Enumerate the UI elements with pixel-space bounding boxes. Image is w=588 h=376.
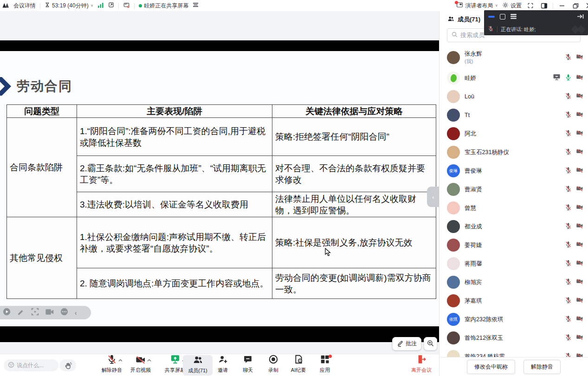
member-row[interactable]: Tt bbox=[439, 106, 588, 124]
overlay-window-icon[interactable] bbox=[500, 14, 505, 19]
annotate-button[interactable]: 批注 bbox=[392, 337, 421, 350]
more-options-icon[interactable] bbox=[60, 308, 68, 318]
mic-off-icon[interactable] bbox=[565, 53, 572, 62]
member-row[interactable]: 茅嘉琪 bbox=[439, 292, 588, 310]
leave-meeting-button[interactable]: 离开会议 bbox=[407, 356, 436, 374]
member-row[interactable]: 姜荷婕 bbox=[439, 236, 588, 254]
member-status-icons bbox=[565, 297, 583, 305]
side-panel-toggle-button[interactable] bbox=[539, 0, 549, 11]
member-row[interactable]: 宝玉石231杨静仪 bbox=[439, 143, 588, 162]
camera-off-icon[interactable] bbox=[576, 222, 583, 231]
mic-off-icon[interactable] bbox=[565, 148, 572, 157]
mic-off-icon[interactable] bbox=[565, 241, 572, 250]
shared-audio-off-icon[interactable] bbox=[123, 2, 130, 10]
camera-off-icon[interactable] bbox=[576, 278, 583, 286]
sharing-active-dot bbox=[139, 4, 142, 7]
member-row[interactable]: 眭娇 bbox=[439, 69, 588, 87]
mic-off-icon[interactable] bbox=[565, 204, 572, 213]
member-row[interactable]: Loû bbox=[439, 87, 588, 106]
camera-off-icon[interactable] bbox=[576, 204, 583, 212]
mic-off-icon[interactable] bbox=[565, 111, 572, 120]
mic-on-icon[interactable] bbox=[565, 74, 572, 83]
layout-dropdown[interactable]: 演讲者布局 ∨ bbox=[456, 2, 498, 10]
member-name: 蒋雨馨 bbox=[465, 260, 482, 268]
mic-off-icon[interactable] bbox=[565, 92, 572, 101]
chevron-up-icon[interactable] bbox=[147, 356, 151, 364]
pencil-icon[interactable] bbox=[17, 308, 25, 318]
sharing-menu-icon[interactable] bbox=[193, 2, 199, 9]
member-row[interactable]: 首饰234 滕枋霏 bbox=[439, 347, 588, 357]
timer-dropdown[interactable]: 53:19 (40分钟) ∨ bbox=[45, 2, 93, 10]
camera-off-icon[interactable] bbox=[576, 92, 583, 101]
mic-off-icon[interactable] bbox=[565, 259, 572, 268]
mic-off-icon[interactable] bbox=[565, 315, 572, 324]
member-status-icons bbox=[565, 259, 583, 268]
mic-off-icon[interactable] bbox=[107, 354, 117, 366]
member-list[interactable]: 张永辉 (我) 眭娇 Loû Tt 阿北 bbox=[439, 46, 588, 357]
table-header-cell: 关键法律依据与应对策略 bbox=[272, 105, 436, 118]
fullscreen-button[interactable] bbox=[526, 0, 535, 11]
mic-off-icon[interactable] bbox=[565, 297, 572, 305]
camera-off-icon[interactable] bbox=[576, 185, 583, 194]
meeting-details-button[interactable]: 会议详情 bbox=[13, 2, 36, 10]
member-name: 眭娇 bbox=[465, 74, 476, 82]
member-row[interactable]: 依琪 室内232陈依琪 bbox=[439, 310, 588, 329]
camera-icon[interactable] bbox=[45, 309, 54, 317]
overlay-collapse-icon[interactable] bbox=[577, 13, 584, 21]
media-control-bar[interactable]: ‹ bbox=[0, 306, 91, 319]
member-row[interactable]: 都业成 bbox=[439, 217, 588, 236]
raise-hand-button[interactable] bbox=[59, 359, 76, 371]
zoom-in-button[interactable] bbox=[424, 337, 437, 350]
camera-off-icon[interactable] bbox=[576, 74, 583, 82]
mic-off-icon[interactable] bbox=[565, 222, 572, 231]
rename-button[interactable]: 修改会中昵称 bbox=[467, 360, 515, 374]
camera-off-icon[interactable] bbox=[576, 259, 583, 268]
focus-capture-icon[interactable] bbox=[31, 308, 39, 318]
mic-off-icon[interactable] bbox=[565, 334, 572, 343]
close-button[interactable] bbox=[584, 0, 588, 11]
camera-off-icon[interactable] bbox=[576, 111, 583, 119]
overlay-list-icon[interactable] bbox=[510, 13, 517, 21]
mic-off-icon[interactable] bbox=[565, 130, 572, 138]
camera-off-icon[interactable] bbox=[576, 53, 583, 62]
member-status-icons bbox=[565, 53, 583, 62]
unmute-button[interactable]: 解除静音 bbox=[523, 360, 561, 374]
mic-off-icon[interactable] bbox=[565, 167, 572, 175]
member-row[interactable]: 阿北 bbox=[439, 124, 588, 143]
camera-off-icon[interactable] bbox=[136, 355, 146, 366]
member-avatar bbox=[447, 276, 460, 289]
mic-off-icon[interactable] bbox=[565, 278, 572, 287]
toolbar-button-cam-off[interactable]: 开启视频 bbox=[126, 356, 155, 374]
open-external-icon[interactable] bbox=[108, 2, 114, 9]
camera-off-icon[interactable] bbox=[576, 297, 583, 305]
meeting-details-label: 会议详情 bbox=[13, 2, 36, 10]
member-row[interactable]: 柳旭宾 bbox=[439, 273, 588, 292]
camera-off-icon[interactable] bbox=[576, 167, 583, 175]
play-icon[interactable] bbox=[3, 308, 11, 318]
member-row[interactable]: 曾慧 bbox=[439, 199, 588, 217]
mic-off-icon[interactable] bbox=[565, 185, 572, 194]
chevron-up-icon[interactable] bbox=[118, 356, 123, 364]
toolbar-button-apps[interactable]: 应用 bbox=[310, 356, 340, 374]
member-row[interactable]: 俊琳 曹俊琳 bbox=[439, 162, 588, 180]
toolbar-button-ai-notes[interactable]: AI纪要 bbox=[284, 356, 313, 374]
member-row[interactable]: 蒋雨馨 bbox=[439, 254, 588, 273]
toolbar-button-mic-off[interactable]: 解除静音 bbox=[97, 356, 127, 374]
panel-collapse-handle[interactable]: ‹ bbox=[427, 187, 439, 207]
minimize-button[interactable] bbox=[557, 0, 567, 11]
chat-input[interactable]: 说点什么... bbox=[4, 359, 58, 371]
collapse-left-icon[interactable]: ‹ bbox=[75, 309, 77, 317]
member-row[interactable]: 曹淑贤 bbox=[439, 180, 588, 199]
camera-off-icon[interactable] bbox=[576, 148, 583, 156]
camera-off-icon[interactable] bbox=[576, 315, 583, 324]
camera-off-icon[interactable] bbox=[576, 241, 583, 249]
camera-off-icon[interactable] bbox=[576, 130, 583, 138]
settings-button[interactable]: 设置 bbox=[502, 2, 522, 10]
restore-window-button[interactable] bbox=[571, 0, 580, 11]
member-avatar bbox=[447, 331, 460, 344]
member-row[interactable]: 首饰212张双玉 bbox=[439, 329, 588, 347]
camera-off-icon[interactable] bbox=[576, 334, 583, 342]
member-row[interactable]: 张永辉 (我) bbox=[439, 46, 588, 69]
overlay-minimize-icon[interactable] bbox=[488, 16, 495, 18]
problem-type-cell: 其他常见侵权 bbox=[7, 217, 77, 299]
